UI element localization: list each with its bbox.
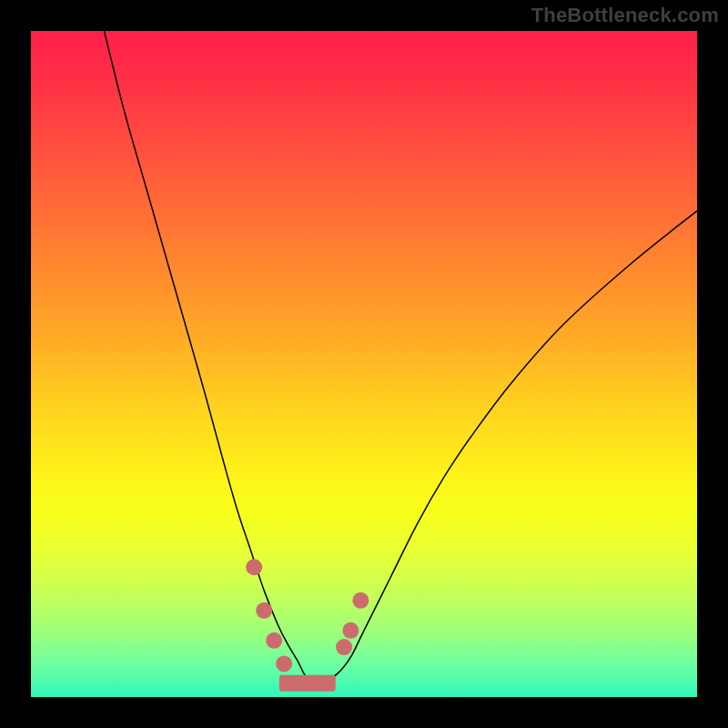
chart-svg [31,31,697,697]
marker-cluster-right [336,592,369,655]
curve-marker-icon [352,592,369,609]
curve-marker-icon [276,655,292,672]
chart-stage: TheBottleneck.com [0,0,728,728]
marker-cluster-left [246,559,292,672]
marker-cluster-flat [279,675,336,692]
curve-marker-icon [342,622,359,639]
curve-marker-icon [336,639,352,655]
plot-area [31,31,697,697]
bottleneck-curve [105,31,697,683]
curve-marker-icon [319,675,336,692]
curve-marker-icon [266,632,282,649]
curve-marker-icon [246,559,262,575]
watermark-text: TheBottleneck.com [531,4,719,27]
curve-marker-icon [256,602,272,619]
